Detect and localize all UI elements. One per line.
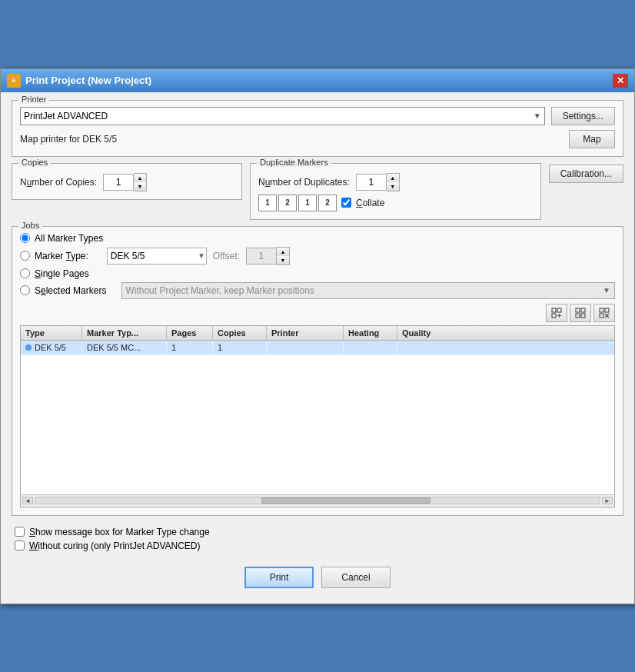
close-button[interactable]: ✕ xyxy=(613,74,628,88)
dup-icon-1: 1 xyxy=(258,195,277,211)
printer-group: Printer PrintJet ADVANCED ▼ Settings... … xyxy=(12,100,623,157)
duplicates-group-label: Duplicate Markers xyxy=(257,158,331,167)
toolbar-icon-btn-1[interactable] xyxy=(546,304,567,322)
without-curing-label[interactable]: Without curing (only PrintJet ADVANCED) xyxy=(29,541,201,551)
settings-button[interactable]: Settings... xyxy=(551,107,615,125)
table-header: Type Marker Typ... Pages Copies Printer … xyxy=(21,326,614,341)
single-pages-label[interactable]: Single Pages xyxy=(35,268,89,279)
table-row[interactable]: DEK 5/5 DEK 5/5 MC... 1 1 xyxy=(21,341,614,355)
map-printer-label: Map printer for DEK 5/5 xyxy=(20,134,117,145)
radio-single-pages-row: Single Pages xyxy=(20,268,615,279)
radio-marker-type[interactable] xyxy=(20,251,30,261)
duplicates-down-btn[interactable]: ▼ xyxy=(387,182,399,191)
jobs-table: Type Marker Typ... Pages Copies Printer … xyxy=(20,325,615,507)
duplicates-group: Duplicate Markers Number of Duplicates: … xyxy=(250,163,541,220)
dup-icon-2: 2 xyxy=(278,195,297,211)
radio-selected-markers-row: Selected Markers xyxy=(20,285,106,296)
svg-rect-10 xyxy=(600,314,603,318)
offset-down-btn[interactable]: ▼ xyxy=(277,256,289,264)
svg-rect-1 xyxy=(552,314,556,318)
offset-label: Offset: xyxy=(213,251,240,261)
cell-copies: 1 xyxy=(213,341,267,354)
footer-checks: Show message box for Marker Type change … xyxy=(12,522,623,562)
toolbar-icon-btn-3[interactable] xyxy=(593,304,615,322)
table-body: DEK 5/5 DEK 5/5 MC... 1 1 xyxy=(21,341,614,494)
row-indicator xyxy=(25,344,32,351)
marker-type-dropdown[interactable]: DEK 5/5 xyxy=(107,248,207,264)
marker-type-select-wrap[interactable]: DEK 5/5 ▼ xyxy=(107,248,207,264)
svg-rect-8 xyxy=(581,314,585,318)
col-type: Type xyxy=(21,326,82,340)
scrollbar-right-arrow[interactable]: ► xyxy=(602,497,613,504)
selected-markers-label[interactable]: Selected Markers xyxy=(35,285,106,296)
duplicate-icons: 1 2 1 2 xyxy=(258,195,337,211)
bottom-buttons: Print Cancel xyxy=(12,562,623,593)
col-printer: Printer xyxy=(267,326,344,340)
radio-single-pages[interactable] xyxy=(20,268,30,278)
toolbar-icon-btn-2[interactable] xyxy=(570,304,591,322)
cell-type: DEK 5/5 xyxy=(21,341,82,354)
offset-up-btn[interactable]: ▲ xyxy=(277,248,289,256)
print-button[interactable]: Print xyxy=(244,567,314,588)
radio-all-marker-types-row: All Marker Types xyxy=(20,233,615,244)
map-printer-row: Map printer for DEK 5/5 Map xyxy=(20,130,615,148)
titlebar: ≡ Print Project (New Project) ✕ xyxy=(1,69,634,92)
cancel-button[interactable]: Cancel xyxy=(321,567,391,588)
col-marker-type: Marker Typ... xyxy=(82,326,167,340)
radio-selected-markers[interactable] xyxy=(20,285,30,295)
copies-up-btn[interactable]: ▲ xyxy=(134,174,146,182)
show-message-checkbox[interactable] xyxy=(15,527,25,537)
scrollbar-thumb[interactable] xyxy=(261,497,431,504)
offset-spinner-btns: ▲ ▼ xyxy=(277,247,290,265)
offset-input[interactable] xyxy=(246,248,277,264)
jobs-group-label: Jobs xyxy=(18,221,42,230)
copies-inner: Number of Copies: ▲ ▼ xyxy=(20,170,234,191)
all-marker-types-label[interactable]: All Marker Types xyxy=(35,233,103,244)
map-button[interactable]: Map xyxy=(569,130,615,148)
radio-all-marker-types[interactable] xyxy=(20,233,30,243)
collate-label[interactable]: Collate xyxy=(356,198,384,208)
copies-group-label: Copies xyxy=(18,158,51,167)
copies-down-btn[interactable]: ▼ xyxy=(134,182,146,191)
jobs-group: Jobs All Marker Types Marker Type: xyxy=(12,226,623,516)
calibration-button[interactable]: Calibration... xyxy=(549,165,623,183)
cell-heating xyxy=(344,341,397,354)
without-curing-checkbox[interactable] xyxy=(15,541,25,551)
svg-rect-9 xyxy=(600,308,603,312)
cell-marker-type: DEK 5/5 MC... xyxy=(82,341,167,354)
duplicates-input[interactable] xyxy=(356,174,387,191)
duplicates-inner: Number of Duplicates: ▲ ▼ 1 xyxy=(258,170,533,211)
duplicates-up-btn[interactable]: ▲ xyxy=(387,174,399,182)
col-heating: Heating xyxy=(344,326,397,340)
copies-input[interactable] xyxy=(103,174,134,191)
titlebar-left: ≡ Print Project (New Project) xyxy=(7,74,151,88)
svg-rect-7 xyxy=(581,308,585,312)
selected-markers-dropdown-wrap[interactable]: Without Project Marker, keep Marker posi… xyxy=(121,282,615,299)
copies-group: Copies Number of Copies: ▲ ▼ xyxy=(12,163,242,200)
scrollbar-left-arrow[interactable]: ◄ xyxy=(22,497,33,504)
radio-marker-type-row: Marker Type: xyxy=(20,251,88,261)
duplicates-row1: Number of Duplicates: ▲ ▼ xyxy=(258,173,533,191)
svg-rect-6 xyxy=(576,314,580,318)
offset-spinner: ▲ ▼ xyxy=(246,247,290,265)
copies-spinner-btns: ▲ ▼ xyxy=(134,173,147,191)
marker-type-label[interactable]: Marker Type: xyxy=(35,251,88,261)
scrollbar-track[interactable] xyxy=(35,497,600,504)
table-toolbar xyxy=(20,304,615,322)
svg-rect-0 xyxy=(552,308,556,312)
copies-spinner: ▲ ▼ xyxy=(103,173,147,191)
printer-group-label: Printer xyxy=(18,95,49,104)
svg-rect-2 xyxy=(557,308,561,312)
app-icon: ≡ xyxy=(7,74,21,88)
number-of-copies-label: Number of Copies: xyxy=(20,177,97,188)
selected-markers-select-wrap[interactable]: Without Project Marker, keep Marker posi… xyxy=(121,282,615,299)
show-message-label[interactable]: Show message box for Marker Type change xyxy=(29,527,210,537)
printer-dropdown[interactable]: PrintJet ADVANCED xyxy=(24,111,541,121)
dup-icon-3: 1 xyxy=(298,195,317,211)
printer-select-wrap[interactable]: PrintJet ADVANCED ▼ xyxy=(20,107,545,125)
dup-icon-4: 2 xyxy=(318,195,337,211)
collate-checkbox[interactable] xyxy=(341,198,351,208)
svg-rect-11 xyxy=(605,308,609,312)
selected-markers-dropdown[interactable]: Without Project Marker, keep Marker posi… xyxy=(121,282,615,299)
window-title: Print Project (New Project) xyxy=(25,75,151,86)
